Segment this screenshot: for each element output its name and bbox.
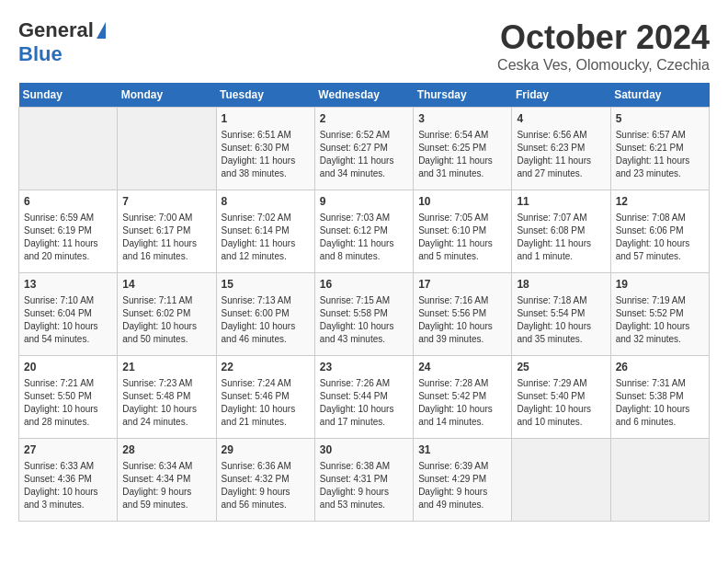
calendar-header-wednesday: Wednesday <box>314 83 413 108</box>
calendar-cell: 14Sunrise: 7:11 AM Sunset: 6:02 PM Dayli… <box>118 273 216 356</box>
calendar-cell: 21Sunrise: 7:23 AM Sunset: 5:48 PM Dayli… <box>118 356 216 439</box>
calendar-cell: 20Sunrise: 7:21 AM Sunset: 5:50 PM Dayli… <box>19 356 118 439</box>
calendar-cell: 26Sunrise: 7:31 AM Sunset: 5:38 PM Dayli… <box>610 356 709 439</box>
day-number: 16 <box>320 277 408 293</box>
day-info: Sunrise: 7:19 AM Sunset: 5:52 PM Dayligh… <box>616 294 704 346</box>
logo: General Blue <box>18 18 106 66</box>
day-info: Sunrise: 7:07 AM Sunset: 6:08 PM Dayligh… <box>517 212 605 263</box>
day-number: 19 <box>616 277 704 293</box>
day-number: 17 <box>418 277 506 293</box>
day-info: Sunrise: 6:36 AM Sunset: 4:32 PM Dayligh… <box>222 460 310 511</box>
calendar-cell: 4Sunrise: 6:56 AM Sunset: 6:23 PM Daylig… <box>512 108 610 190</box>
calendar-cell: 11Sunrise: 7:07 AM Sunset: 6:08 PM Dayli… <box>512 190 610 273</box>
day-info: Sunrise: 7:16 AM Sunset: 5:56 PM Dayligh… <box>418 294 506 346</box>
calendar-cell: 7Sunrise: 7:00 AM Sunset: 6:17 PM Daylig… <box>118 190 216 273</box>
calendar-week-row: 13Sunrise: 7:10 AM Sunset: 6:04 PM Dayli… <box>19 273 710 356</box>
day-number: 28 <box>122 442 210 458</box>
day-number: 14 <box>122 277 210 293</box>
calendar-cell: 5Sunrise: 6:57 AM Sunset: 6:21 PM Daylig… <box>610 108 709 190</box>
day-number: 11 <box>517 194 605 210</box>
day-number: 22 <box>222 360 310 375</box>
day-info: Sunrise: 7:31 AM Sunset: 5:38 PM Dayligh… <box>616 377 704 429</box>
day-info: Sunrise: 7:03 AM Sunset: 6:12 PM Dayligh… <box>320 212 408 263</box>
calendar-cell: 16Sunrise: 7:15 AM Sunset: 5:58 PM Dayli… <box>314 273 413 356</box>
calendar-week-row: 1Sunrise: 6:51 AM Sunset: 6:30 PM Daylig… <box>19 108 710 190</box>
day-number: 4 <box>517 111 605 127</box>
day-info: Sunrise: 6:51 AM Sunset: 6:30 PM Dayligh… <box>222 129 310 180</box>
calendar-cell: 1Sunrise: 6:51 AM Sunset: 6:30 PM Daylig… <box>216 108 314 190</box>
calendar-cell <box>19 108 118 190</box>
calendar-header-monday: Monday <box>118 83 216 108</box>
day-info: Sunrise: 6:52 AM Sunset: 6:27 PM Dayligh… <box>320 129 408 180</box>
calendar-header-tuesday: Tuesday <box>216 83 314 108</box>
day-info: Sunrise: 7:28 AM Sunset: 5:42 PM Dayligh… <box>418 377 506 429</box>
day-number: 7 <box>122 194 210 210</box>
calendar-cell: 19Sunrise: 7:19 AM Sunset: 5:52 PM Dayli… <box>610 273 709 356</box>
day-number: 27 <box>24 442 112 458</box>
calendar-cell: 30Sunrise: 6:38 AM Sunset: 4:31 PM Dayli… <box>314 439 413 522</box>
calendar-cell <box>512 439 610 522</box>
calendar-cell: 12Sunrise: 7:08 AM Sunset: 6:06 PM Dayli… <box>610 190 709 273</box>
day-number: 12 <box>616 194 704 210</box>
day-number: 20 <box>24 360 112 375</box>
day-info: Sunrise: 6:54 AM Sunset: 6:25 PM Dayligh… <box>418 129 506 180</box>
day-number: 5 <box>616 111 704 127</box>
day-number: 10 <box>418 194 506 210</box>
calendar-cell: 13Sunrise: 7:10 AM Sunset: 6:04 PM Dayli… <box>19 273 118 356</box>
day-number: 15 <box>222 277 310 293</box>
calendar-header-row: SundayMondayTuesdayWednesdayThursdayFrid… <box>19 83 710 108</box>
calendar-cell <box>118 108 216 190</box>
location-title: Ceska Ves, Olomoucky, Czechia <box>497 57 710 74</box>
calendar-cell: 31Sunrise: 6:39 AM Sunset: 4:29 PM Dayli… <box>414 439 512 522</box>
day-number: 9 <box>320 194 408 210</box>
day-info: Sunrise: 7:10 AM Sunset: 6:04 PM Dayligh… <box>24 294 112 346</box>
day-info: Sunrise: 6:59 AM Sunset: 6:19 PM Dayligh… <box>24 212 112 263</box>
calendar-cell: 17Sunrise: 7:16 AM Sunset: 5:56 PM Dayli… <box>414 273 512 356</box>
day-info: Sunrise: 7:11 AM Sunset: 6:02 PM Dayligh… <box>122 294 210 346</box>
day-info: Sunrise: 6:38 AM Sunset: 4:31 PM Dayligh… <box>320 460 408 511</box>
page-header: General Blue October 2024 Ceska Ves, Olo… <box>18 18 710 74</box>
calendar-cell: 15Sunrise: 7:13 AM Sunset: 6:00 PM Dayli… <box>216 273 314 356</box>
title-section: October 2024 Ceska Ves, Olomoucky, Czech… <box>497 18 710 74</box>
calendar-header-sunday: Sunday <box>19 83 118 108</box>
logo-general: General <box>18 18 94 42</box>
day-number: 23 <box>320 360 408 375</box>
month-title: October 2024 <box>497 18 710 57</box>
day-info: Sunrise: 7:08 AM Sunset: 6:06 PM Dayligh… <box>616 212 704 263</box>
day-info: Sunrise: 6:33 AM Sunset: 4:36 PM Dayligh… <box>24 460 112 511</box>
calendar-cell: 27Sunrise: 6:33 AM Sunset: 4:36 PM Dayli… <box>19 439 118 522</box>
calendar-cell <box>610 439 709 522</box>
calendar-table: SundayMondayTuesdayWednesdayThursdayFrid… <box>18 83 710 522</box>
day-info: Sunrise: 6:34 AM Sunset: 4:34 PM Dayligh… <box>122 460 210 511</box>
day-info: Sunrise: 7:18 AM Sunset: 5:54 PM Dayligh… <box>517 294 605 346</box>
calendar-week-row: 27Sunrise: 6:33 AM Sunset: 4:36 PM Dayli… <box>19 439 710 522</box>
day-info: Sunrise: 7:05 AM Sunset: 6:10 PM Dayligh… <box>418 212 506 263</box>
day-number: 26 <box>616 360 704 375</box>
day-info: Sunrise: 7:02 AM Sunset: 6:14 PM Dayligh… <box>222 212 310 263</box>
calendar-cell: 28Sunrise: 6:34 AM Sunset: 4:34 PM Dayli… <box>118 439 216 522</box>
calendar-header-thursday: Thursday <box>414 83 512 108</box>
day-info: Sunrise: 7:00 AM Sunset: 6:17 PM Dayligh… <box>122 212 210 263</box>
day-number: 30 <box>320 442 408 458</box>
calendar-cell: 25Sunrise: 7:29 AM Sunset: 5:40 PM Dayli… <box>512 356 610 439</box>
calendar-header-friday: Friday <box>512 83 610 108</box>
day-info: Sunrise: 6:56 AM Sunset: 6:23 PM Dayligh… <box>517 129 605 180</box>
day-number: 21 <box>122 360 210 375</box>
day-info: Sunrise: 7:15 AM Sunset: 5:58 PM Dayligh… <box>320 294 408 346</box>
day-number: 29 <box>222 442 310 458</box>
calendar-cell: 6Sunrise: 6:59 AM Sunset: 6:19 PM Daylig… <box>19 190 118 273</box>
day-number: 8 <box>222 194 310 210</box>
day-number: 18 <box>517 277 605 293</box>
day-number: 24 <box>418 360 506 375</box>
calendar-week-row: 20Sunrise: 7:21 AM Sunset: 5:50 PM Dayli… <box>19 356 710 439</box>
day-number: 3 <box>418 111 506 127</box>
calendar-cell: 23Sunrise: 7:26 AM Sunset: 5:44 PM Dayli… <box>314 356 413 439</box>
day-info: Sunrise: 6:39 AM Sunset: 4:29 PM Dayligh… <box>418 460 506 511</box>
calendar-cell: 9Sunrise: 7:03 AM Sunset: 6:12 PM Daylig… <box>314 190 413 273</box>
day-info: Sunrise: 6:57 AM Sunset: 6:21 PM Dayligh… <box>616 129 704 180</box>
day-number: 6 <box>24 194 112 210</box>
day-info: Sunrise: 7:24 AM Sunset: 5:46 PM Dayligh… <box>222 377 310 429</box>
calendar-cell: 8Sunrise: 7:02 AM Sunset: 6:14 PM Daylig… <box>216 190 314 273</box>
day-info: Sunrise: 7:13 AM Sunset: 6:00 PM Dayligh… <box>222 294 310 346</box>
calendar-cell: 18Sunrise: 7:18 AM Sunset: 5:54 PM Dayli… <box>512 273 610 356</box>
